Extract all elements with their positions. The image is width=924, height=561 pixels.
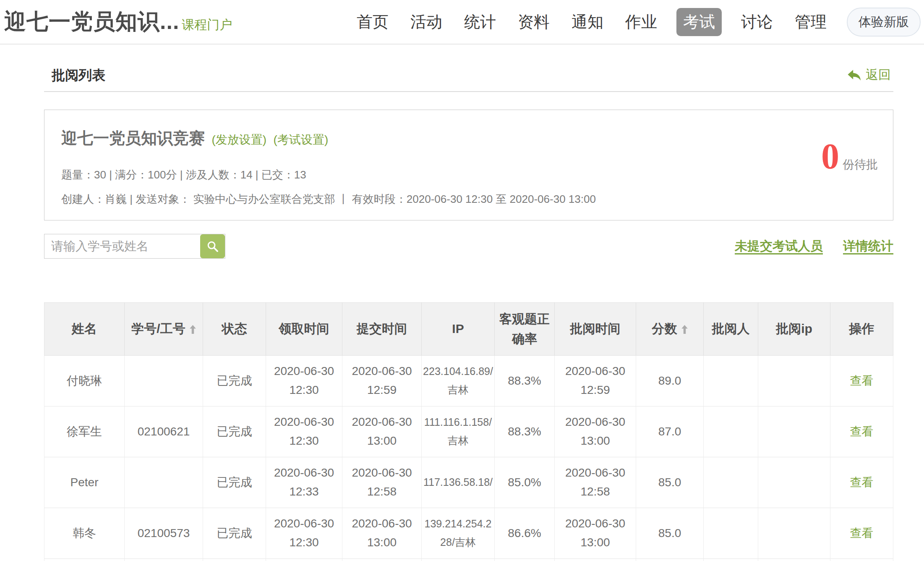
page-head: 批阅列表 返回 [44, 45, 893, 92]
try-new-version-button[interactable]: 体验新版 [847, 8, 921, 37]
view-link[interactable]: 查看 [850, 374, 874, 387]
cell-student-id: 02100621 [125, 406, 203, 457]
column-label: 批阅人 [712, 322, 750, 336]
cell-submit-time: 2020-06-30 12:59 [342, 356, 422, 406]
cell-status: 已完成 [203, 356, 266, 406]
exam-stats-line: 题量：30 | 满分：100分 | 涉及人数：14 | 已交：13 [61, 168, 876, 181]
cell-objective-rate: 85.0% [495, 457, 555, 508]
nav-item-homework[interactable]: 作业 [623, 8, 660, 36]
cell-ip: 139.214.254.228/吉林 [422, 508, 495, 559]
search-box [44, 234, 225, 259]
search-button[interactable] [200, 234, 225, 258]
table-row: Peter 已完成 2020-06-30 12:33 2020-06-30 12… [44, 457, 893, 508]
exam-info-card: 迎七一党员知识竞赛 (发放设置) (考试设置) 题量：30 | 满分：100分 … [44, 110, 893, 220]
cell-name: 付晓琳 [44, 356, 125, 406]
not-submitted-link[interactable]: 未提交考试人员 [735, 238, 823, 255]
column-label: IP [452, 322, 464, 336]
page-content: 批阅列表 返回 迎七一党员知识竞赛 (发放设置) (考试设置) 题量：30 | … [44, 45, 893, 561]
course-title: 迎七一党员知识... [4, 7, 179, 37]
cell-submit-time [342, 559, 422, 561]
back-arrow-icon [847, 69, 861, 81]
cell-ip: 223.104.16.89/吉林 [422, 356, 495, 406]
cell-student-id [125, 356, 203, 406]
review-table: 姓名学号/工号状态领取时间提交时间IP客观题正确率批阅时间分数批阅人批阅ip操作… [44, 302, 893, 561]
cell-score: 89.0 [636, 356, 704, 406]
column-header-received-time: 领取时间 [266, 302, 342, 356]
cell-name: 韩冬 [44, 508, 125, 559]
cell-reviewer [704, 559, 758, 561]
top-navigation-bar: 迎七一党员知识... 课程门户 首页活动统计资料通知作业考试讨论管理 体验新版 [0, 0, 924, 45]
column-header-student-id[interactable]: 学号/工号 [125, 302, 203, 356]
exam-title-row: 迎七一党员知识竞赛 (发放设置) (考试设置) [61, 128, 876, 152]
detail-stats-link[interactable]: 详情统计 [843, 238, 893, 255]
exam-title: 迎七一党员知识竞赛 [61, 129, 205, 147]
view-link[interactable]: 查看 [850, 527, 874, 540]
cell-reviewer [704, 457, 758, 508]
column-label: 操作 [849, 322, 874, 336]
cell-review-time: 2020-06-30 13:00 [555, 508, 636, 559]
sort-icon [190, 325, 196, 334]
cell-student-id: 02100573 [125, 508, 203, 559]
cell-submit-time: 2020-06-30 12:58 [342, 457, 422, 508]
cell-student-id [125, 559, 203, 561]
column-header-score[interactable]: 分数 [636, 302, 704, 356]
cell-action: 查看 [830, 356, 893, 406]
cell-action [830, 559, 893, 561]
cell-review-ip [758, 508, 830, 559]
column-label: 状态 [222, 322, 247, 336]
cell-score [636, 559, 704, 561]
view-link[interactable]: 查看 [850, 476, 874, 489]
column-label: 姓名 [72, 322, 97, 336]
cell-status: 已完成 [203, 508, 266, 559]
cell-review-ip [758, 406, 830, 457]
brand: 迎七一党员知识... 课程门户 [4, 7, 232, 37]
column-header-review-ip: 批阅ip [758, 302, 830, 356]
column-label: 提交时间 [357, 322, 407, 336]
cell-ip: 111.116.1.158/吉林 [422, 406, 495, 457]
column-label: 批阅时间 [570, 322, 621, 336]
cell-objective-rate: 88.3% [495, 356, 555, 406]
cell-received-time: 2020-06-30 12:30 [266, 356, 342, 406]
cell-review-ip [758, 457, 830, 508]
nav-item-exam[interactable]: 考试 [676, 8, 722, 36]
nav-item-notice[interactable]: 通知 [569, 8, 606, 36]
nav-item-discussion[interactable]: 讨论 [739, 8, 775, 36]
cell-submit-time: 2020-06-30 13:00 [342, 406, 422, 457]
pending-review-indicator: 0 份待批 [821, 141, 878, 173]
page-title: 批阅列表 [52, 67, 105, 84]
cell-name: Peter [44, 457, 125, 508]
table-row: 徐军生 02100621 已完成 2020-06-30 12:30 2020-0… [44, 406, 893, 457]
cell-name: 徐军生 [44, 406, 125, 457]
cell-action: 查看 [830, 508, 893, 559]
cell-received-time: 2020-06-30 12:30 [266, 406, 342, 457]
course-portal-link[interactable]: 课程门户 [182, 16, 232, 34]
sort-icon [681, 325, 688, 334]
column-label: 分数 [652, 322, 677, 336]
cell-status [203, 559, 266, 561]
cell-submit-time: 2020-06-30 13:00 [342, 508, 422, 559]
cell-received-time: 2020-06-30 12:33 [266, 457, 342, 508]
cell-review-time [555, 559, 636, 561]
table-header-row: 姓名学号/工号状态领取时间提交时间IP客观题正确率批阅时间分数批阅人批阅ip操作 [44, 302, 893, 356]
nav-item-activity[interactable]: 活动 [408, 8, 445, 36]
nav-item-home[interactable]: 首页 [354, 8, 391, 36]
search-input[interactable] [44, 234, 200, 258]
dispatch-settings-link[interactable]: (发放设置) [211, 133, 266, 146]
column-header-status: 状态 [203, 302, 266, 356]
cell-received-time [266, 559, 342, 561]
cell-objective-rate: 88.3% [495, 406, 555, 457]
nav-item-materials[interactable]: 资料 [515, 8, 552, 36]
exam-creator-line: 创建人：肖巍 | 发送对象： 实验中心与办公室联合党支部 丨 有效时段：2020… [61, 192, 876, 206]
column-label: 领取时间 [279, 322, 329, 336]
cell-action: 查看 [830, 406, 893, 457]
cell-objective-rate: 86.6% [495, 508, 555, 559]
pending-count: 0 [821, 141, 839, 172]
exam-settings-link[interactable]: (考试设置) [274, 133, 329, 146]
table-row: 韩冬 02100573 已完成 2020-06-30 12:30 2020-06… [44, 508, 893, 559]
nav-item-manage[interactable]: 管理 [792, 8, 829, 36]
view-link[interactable]: 查看 [850, 425, 874, 438]
column-header-objective-rate: 客观题正确率 [495, 302, 555, 356]
nav-item-statistics[interactable]: 统计 [462, 8, 499, 36]
cell-reviewer [704, 508, 758, 559]
back-link[interactable]: 返回 [847, 66, 891, 84]
